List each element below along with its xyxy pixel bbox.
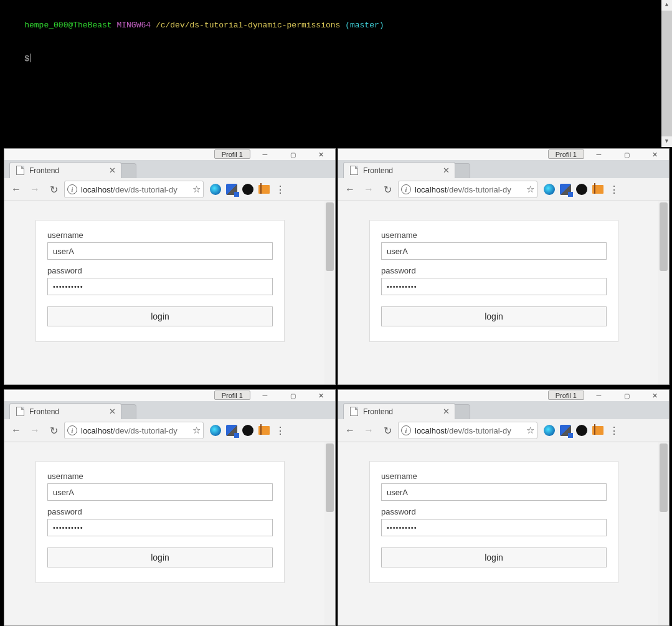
extension-flag-icon[interactable]	[258, 426, 270, 435]
scroll-thumb[interactable]	[326, 443, 334, 512]
login-button[interactable]: login	[47, 306, 273, 326]
window-close-button[interactable]	[307, 390, 335, 401]
forward-button[interactable]: →	[27, 181, 43, 197]
window-minimize-button[interactable]	[585, 390, 613, 401]
back-button[interactable]: ←	[8, 181, 24, 197]
extension-dark-icon[interactable]	[576, 425, 587, 436]
profile-badge[interactable]: Profil 1	[548, 149, 584, 159]
window-maximize-button[interactable]	[613, 390, 641, 401]
extension-flag-icon[interactable]	[592, 426, 603, 435]
window-maximize-button[interactable]	[613, 149, 641, 160]
site-info-icon[interactable]: i	[401, 425, 411, 435]
tab-close-icon[interactable]: ✕	[109, 166, 116, 175]
browser-menu-button[interactable]: ⋮	[608, 425, 620, 437]
tab-strip[interactable]: Frontend ✕	[4, 401, 335, 419]
tab-frontend[interactable]: Frontend ✕	[343, 162, 455, 178]
window-titlebar[interactable]: Profil 1	[338, 149, 669, 160]
content-scrollbar[interactable]	[324, 442, 335, 625]
extension-picker-icon[interactable]	[560, 184, 571, 195]
window-minimize-button[interactable]	[585, 149, 613, 160]
tab-close-icon[interactable]: ✕	[443, 166, 450, 175]
forward-button[interactable]: →	[27, 422, 43, 439]
window-titlebar[interactable]: Profil 1	[338, 390, 669, 401]
password-field[interactable]: ••••••••••	[47, 278, 273, 295]
scroll-thumb[interactable]	[661, 11, 672, 136]
extension-flag-icon[interactable]	[258, 185, 270, 194]
back-button[interactable]: ←	[8, 422, 24, 439]
login-button[interactable]: login	[381, 548, 607, 567]
tab-strip[interactable]: Frontend ✕	[338, 401, 669, 419]
password-field[interactable]: ••••••••••	[381, 278, 607, 295]
window-close-button[interactable]	[641, 390, 669, 401]
browser-menu-button[interactable]: ⋮	[608, 184, 620, 196]
content-scrollbar[interactable]	[658, 201, 669, 384]
address-bar[interactable]: i localhost/dev/ds-tutorial-dy ☆	[64, 181, 204, 198]
tab-close-icon[interactable]: ✕	[443, 407, 450, 416]
forward-button[interactable]: →	[361, 181, 377, 197]
content-scrollbar[interactable]	[658, 442, 669, 625]
tab-frontend[interactable]: Frontend ✕	[9, 162, 121, 178]
username-field[interactable]	[381, 483, 607, 501]
extension-globe-icon[interactable]	[210, 184, 221, 195]
extension-globe-icon[interactable]	[210, 425, 221, 436]
browser-menu-button[interactable]: ⋮	[275, 425, 286, 437]
window-minimize-button[interactable]	[251, 149, 279, 160]
window-maximize-button[interactable]	[279, 390, 307, 401]
bookmark-star-icon[interactable]: ☆	[192, 184, 201, 195]
login-button[interactable]: login	[381, 306, 607, 326]
tab-close-icon[interactable]: ✕	[109, 407, 116, 416]
extension-globe-icon[interactable]	[544, 184, 555, 195]
reload-button[interactable]: ↻	[45, 181, 62, 197]
scroll-thumb[interactable]	[326, 202, 334, 271]
extension-flag-icon[interactable]	[592, 185, 603, 194]
window-minimize-button[interactable]	[251, 390, 279, 401]
bookmark-star-icon[interactable]: ☆	[526, 184, 534, 195]
tab-frontend[interactable]: Frontend ✕	[9, 403, 121, 419]
window-close-button[interactable]	[641, 149, 669, 160]
bookmark-star-icon[interactable]: ☆	[526, 425, 534, 436]
password-field[interactable]: ••••••••••	[381, 519, 607, 536]
extension-picker-icon[interactable]	[226, 425, 237, 436]
forward-button[interactable]: →	[361, 422, 377, 439]
address-bar[interactable]: i localhost/dev/ds-tutorial-dy ☆	[64, 422, 204, 439]
terminal-cursor[interactable]	[31, 54, 31, 62]
reload-button[interactable]: ↻	[45, 422, 62, 439]
terminal-scrollbar[interactable]: ▲ ▼	[661, 0, 672, 147]
extension-dark-icon[interactable]	[242, 184, 253, 195]
window-close-button[interactable]	[307, 149, 335, 160]
extension-picker-icon[interactable]	[226, 184, 237, 195]
address-bar[interactable]: i localhost/dev/ds-tutorial-dy ☆	[398, 422, 537, 439]
username-field[interactable]	[47, 242, 273, 260]
tab-strip[interactable]: Frontend ✕	[4, 160, 335, 178]
window-titlebar[interactable]: Profil 1	[4, 390, 335, 401]
site-info-icon[interactable]: i	[67, 184, 77, 194]
login-button[interactable]: login	[47, 548, 273, 567]
content-scrollbar[interactable]	[324, 201, 335, 384]
extension-globe-icon[interactable]	[544, 425, 555, 436]
back-button[interactable]: ←	[342, 422, 358, 439]
password-field[interactable]: ••••••••••	[47, 519, 273, 536]
reload-button[interactable]: ↻	[379, 422, 395, 439]
bookmark-star-icon[interactable]: ☆	[192, 425, 201, 436]
terminal-window[interactable]: hempe_000@TheBeast MINGW64 /c/dev/ds-tut…	[0, 0, 672, 147]
extension-dark-icon[interactable]	[242, 425, 253, 436]
back-button[interactable]: ←	[342, 181, 358, 197]
scroll-down-icon[interactable]: ▼	[661, 136, 672, 147]
profile-badge[interactable]: Profil 1	[548, 391, 584, 400]
username-field[interactable]	[47, 483, 273, 501]
window-maximize-button[interactable]	[279, 149, 307, 160]
browser-menu-button[interactable]: ⋮	[275, 184, 286, 196]
profile-badge[interactable]: Profil 1	[214, 149, 250, 159]
site-info-icon[interactable]: i	[67, 425, 77, 435]
address-bar[interactable]: i localhost/dev/ds-tutorial-dy ☆	[398, 181, 537, 198]
extension-dark-icon[interactable]	[576, 184, 587, 195]
username-field[interactable]	[381, 242, 607, 260]
reload-button[interactable]: ↻	[379, 181, 395, 197]
window-titlebar[interactable]: Profil 1	[4, 149, 335, 160]
extension-picker-icon[interactable]	[560, 425, 571, 436]
tab-frontend[interactable]: Frontend ✕	[343, 403, 455, 419]
tab-strip[interactable]: Frontend ✕	[338, 160, 669, 178]
site-info-icon[interactable]: i	[401, 184, 411, 194]
scroll-thumb[interactable]	[660, 202, 668, 271]
scroll-up-icon[interactable]: ▲	[661, 0, 672, 11]
